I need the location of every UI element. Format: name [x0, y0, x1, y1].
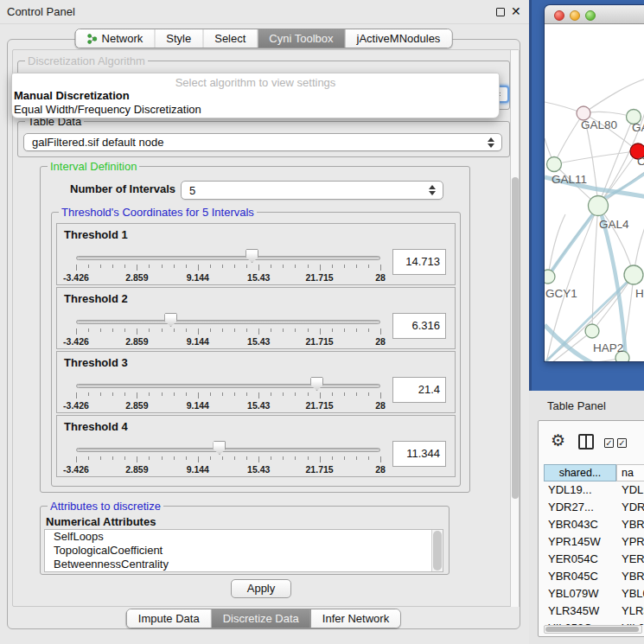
tab-cyni-toolbox[interactable]: Cyni Toolbox — [258, 29, 345, 48]
float-window-icon[interactable] — [496, 8, 505, 16]
tick-mark — [100, 392, 101, 396]
attributes-list[interactable]: SelfLoopsTopologicalCoefficientBetweenne… — [44, 529, 443, 572]
threshold-slider[interactable]: -3.4262.8599.14415.4321.71528 — [76, 224, 380, 286]
network-node[interactable] — [545, 270, 555, 284]
table-data-combo[interactable]: galFiltered.sif default node — [23, 133, 502, 151]
num-intervals-label: Number of Intervals — [70, 182, 175, 195]
dropdown-option[interactable]: Manual Discretization — [12, 89, 499, 103]
threshold-value-field[interactable]: 11.344 — [392, 441, 446, 467]
threshold-value-field[interactable]: 14.713 — [392, 249, 446, 275]
tick-mark — [174, 328, 175, 332]
table-row[interactable]: YLR345WYLR3 — [544, 603, 644, 620]
tick-mark — [380, 265, 381, 271]
network-edge[interactable] — [554, 151, 638, 164]
network-node[interactable] — [585, 324, 599, 338]
slider-thumb-icon[interactable] — [213, 441, 226, 455]
tick-label: -3.426 — [63, 336, 89, 347]
tick-label: 9.144 — [187, 336, 209, 347]
table-horizontal-scrollbar[interactable] — [544, 625, 642, 634]
tick-label: 2.859 — [125, 400, 148, 411]
gear-icon[interactable]: ⚙ — [551, 430, 565, 450]
table-row[interactable]: YDR27...YDR2 — [544, 499, 644, 516]
attribute-list-item[interactable]: TopologicalCoefficient — [45, 544, 443, 558]
slider-thumb-icon[interactable] — [310, 377, 323, 391]
network-edge[interactable] — [554, 113, 583, 164]
slider-track[interactable] — [76, 320, 380, 324]
table-column-header[interactable]: shared... — [544, 464, 616, 481]
network-node[interactable] — [624, 265, 643, 284]
tick-mark — [210, 265, 211, 268]
tick-mark — [246, 456, 247, 460]
main-scrollbar[interactable] — [510, 50, 520, 607]
tick-mark — [149, 265, 150, 268]
tick-mark — [283, 328, 284, 332]
tab-network[interactable]: Network — [76, 29, 156, 48]
bottom-tab-infer-network[interactable]: Infer Network — [311, 609, 400, 628]
tick-mark — [356, 392, 357, 396]
tick-mark — [271, 392, 271, 396]
bottom-tab-discretize-data[interactable]: Discretize Data — [212, 609, 311, 628]
network-node[interactable] — [589, 196, 609, 216]
tick-mark — [246, 328, 247, 332]
main-scrollbar-thumb[interactable] — [512, 177, 519, 499]
network-edge-thick[interactable] — [545, 207, 598, 282]
tab-select[interactable]: Select — [203, 29, 258, 48]
table-row[interactable]: YBR043CYBR0 — [544, 516, 644, 533]
table-cell: YPR1 — [616, 533, 644, 551]
table-row[interactable]: YBL079WYBL0 — [544, 585, 644, 603]
table-cell: YDL1 — [616, 481, 644, 499]
dropdown-option[interactable]: Equal Width/Frequency Discretization — [12, 103, 499, 117]
tab-jactivemnodules[interactable]: jActiveMNodules — [346, 29, 452, 48]
bottom-tab-label: Discretize Data — [223, 612, 299, 625]
tab-style[interactable]: Style — [155, 29, 203, 48]
network-node[interactable] — [547, 157, 562, 172]
table-row[interactable]: YDL19...YDL1 — [544, 481, 644, 499]
checkbox-icon[interactable]: ✓ — [617, 438, 627, 448]
threshold-value-field[interactable]: 6.316 — [392, 313, 446, 339]
slider-track[interactable] — [76, 448, 380, 452]
tick-mark — [124, 456, 125, 460]
table-row[interactable]: YER054CYER0 — [544, 551, 644, 568]
threshold-slider[interactable]: -3.4262.8599.14415.4321.71528 — [76, 288, 380, 350]
checkbox-icon[interactable]: ✓ — [604, 438, 614, 448]
tick-mark — [100, 265, 101, 268]
num-intervals-combo[interactable]: 5 — [181, 181, 443, 200]
attributes-scrollbar[interactable] — [431, 530, 443, 571]
attribute-list-item[interactable]: SelfLoops — [45, 530, 443, 544]
slider-track[interactable] — [76, 384, 380, 388]
slider-thumb-icon[interactable] — [245, 249, 258, 263]
table-row[interactable]: YBR045CYBR0 — [544, 568, 644, 585]
network-node-label: GAL11 — [552, 173, 587, 186]
slider-track[interactable] — [76, 256, 380, 260]
table-cell: YBL079W — [544, 585, 616, 603]
slider-thumb-icon[interactable] — [164, 313, 177, 327]
bottom-tab-label: Infer Network — [322, 612, 389, 625]
threshold-value-field[interactable]: 21.4 — [392, 377, 446, 403]
table-panel-title: Table Panel — [547, 399, 606, 412]
slider-ticks — [76, 456, 380, 463]
tick-mark — [258, 456, 259, 462]
split-columns-icon[interactable] — [578, 434, 594, 450]
bottom-tab-impute-data[interactable]: Impute Data — [127, 609, 212, 628]
window-zoom-icon[interactable] — [585, 10, 596, 21]
network-edge[interactable] — [548, 214, 565, 277]
apply-button[interactable]: Apply — [231, 579, 291, 598]
threshold-slider[interactable]: -3.4262.8599.14415.4321.71528 — [76, 416, 380, 478]
window-close-icon[interactable] — [554, 10, 564, 21]
attributes-scrollbar-thumb[interactable] — [433, 531, 442, 571]
tick-mark — [308, 392, 309, 396]
attribute-list-item[interactable]: BetweennessCentrality — [45, 558, 443, 571]
table-cell: YER0 — [616, 551, 644, 568]
tick-mark — [198, 392, 199, 399]
network-edge[interactable] — [583, 78, 644, 113]
tick-label: 2.859 — [125, 272, 148, 283]
table-column-header[interactable]: na — [616, 464, 644, 481]
tab-label: jActiveMNodules — [357, 32, 441, 45]
close-icon[interactable]: ✕ — [511, 4, 521, 18]
threshold-slider[interactable]: -3.4262.8599.14415.4321.71528 — [76, 352, 380, 414]
tick-mark — [76, 328, 77, 335]
table-horizontal-scrollbar-thumb[interactable] — [545, 627, 639, 632]
window-minimize-icon[interactable] — [570, 10, 580, 21]
table-row[interactable]: YPR145WYPR1 — [544, 533, 644, 551]
network-canvas[interactable]: GAL80GACGAL11GAL4GCY1HHAP2 — [545, 24, 644, 361]
